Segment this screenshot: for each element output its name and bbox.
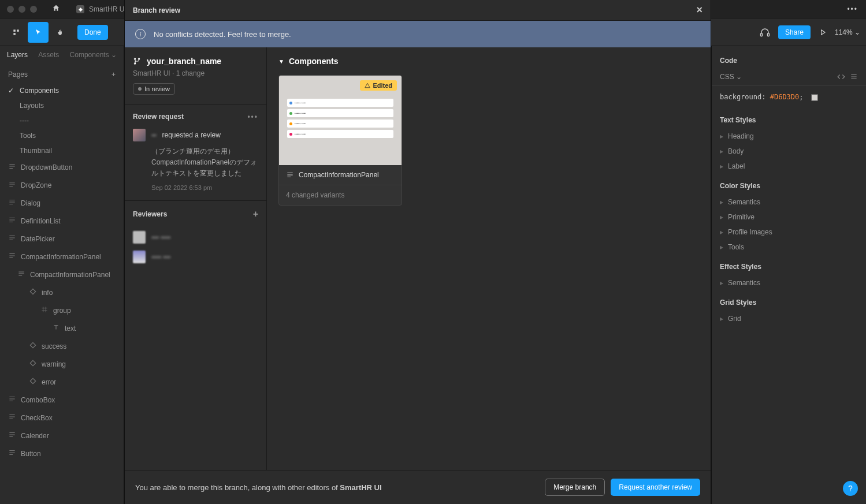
layer-label: info <box>42 289 53 297</box>
diamond-icon <box>29 359 37 369</box>
status-badge[interactable]: In review <box>133 83 175 95</box>
done-button[interactable]: Done <box>77 25 108 40</box>
layer-item[interactable]: DatePicker <box>0 230 124 248</box>
tab-label: SmartHR UI <box>89 5 127 13</box>
review-action: requested a review <box>162 131 221 139</box>
avatar <box>133 251 146 263</box>
style-label: Profile Images <box>728 228 772 236</box>
component-card[interactable]: Edited ▪▪▪▪▪▪ ▪▪▪▪ ▪▪▪▪▪▪ ▪▪▪▪ ▪▪▪▪▪▪ ▪▪… <box>278 75 402 206</box>
list-icon[interactable] <box>850 73 858 81</box>
edited-badge: Edited <box>360 80 397 91</box>
headphones-icon[interactable] <box>760 27 770 38</box>
style-item[interactable]: ▶Primitive <box>712 210 866 225</box>
layer-item[interactable]: ComboBox <box>0 391 124 409</box>
layer-label: Dialog <box>21 199 40 207</box>
style-label: Label <box>728 162 745 170</box>
layer-item[interactable]: success <box>0 337 124 355</box>
component-icon <box>8 431 16 440</box>
home-icon[interactable] <box>44 4 68 14</box>
component-icon <box>286 171 294 179</box>
design-tab[interactable]: Code <box>712 53 866 68</box>
info-icon: i <box>135 29 146 39</box>
reviewers-header: Reviewers <box>133 210 167 218</box>
style-label: Tools <box>728 243 744 251</box>
caret-right-icon: ▶ <box>720 215 723 220</box>
layer-item[interactable]: Calender <box>0 427 124 445</box>
color-swatch[interactable] <box>811 94 818 101</box>
style-item[interactable]: ▶Heading <box>712 129 866 144</box>
reviewer-name: ▪▪▪▪ ▪▪▪ <box>151 253 170 261</box>
svg-rect-5 <box>18 275 22 275</box>
page-item[interactable]: Layouts <box>0 98 124 113</box>
zoom-level[interactable]: 114% ⌄ <box>835 28 860 36</box>
layer-item[interactable]: DropdownButton <box>0 158 124 176</box>
layers-tab[interactable]: Layers <box>7 51 28 59</box>
page-item[interactable]: Components <box>0 83 124 98</box>
layer-item[interactable]: DropZone <box>0 176 124 194</box>
traffic-lights <box>0 6 44 13</box>
help-button[interactable]: ? <box>843 481 858 496</box>
move-tool-button[interactable] <box>28 22 49 43</box>
layer-item[interactable]: warning <box>0 355 124 373</box>
page-item[interactable]: Tools <box>0 128 124 143</box>
layer-label: success <box>42 342 66 350</box>
svg-rect-4 <box>18 273 24 274</box>
style-item[interactable]: ▶Grid <box>712 311 866 326</box>
style-label: Semantics <box>728 198 760 206</box>
style-item[interactable]: ▶Label <box>712 159 866 174</box>
layer-label: group <box>53 307 71 315</box>
figma-menu-button[interactable] <box>6 22 27 43</box>
layer-item[interactable]: CompactInformationPanel <box>0 248 124 266</box>
code-icon[interactable] <box>837 73 845 81</box>
more-menu-icon[interactable]: ••• <box>247 113 258 121</box>
layer-item[interactable]: Button <box>0 445 124 462</box>
reviewer-row[interactable]: ▪▪▪▪ ▪▪▪ <box>125 247 266 267</box>
text-styles-header: Text Styles <box>712 108 866 129</box>
caret-down-icon[interactable]: ▼ <box>278 58 284 65</box>
code-lang-select[interactable]: CSS ⌄ <box>720 73 742 81</box>
components-tab[interactable]: Components ⌄ <box>70 51 117 59</box>
share-button[interactable]: Share <box>778 25 811 39</box>
add-page-button[interactable]: + <box>111 70 116 79</box>
request-review-button[interactable]: Request another review <box>611 479 700 496</box>
page-item[interactable]: Thumbnail <box>0 143 124 158</box>
layer-label: DropZone <box>21 181 51 189</box>
style-item[interactable]: ▶Tools <box>712 240 866 255</box>
layer-label: CompactInformationPanel <box>30 271 110 279</box>
layer-item[interactable]: info <box>0 283 124 301</box>
layer-item[interactable]: error <box>0 373 124 391</box>
hand-tool-button[interactable] <box>50 22 70 43</box>
layer-item[interactable]: group <box>0 301 124 319</box>
layer-item[interactable]: text <box>0 319 124 337</box>
merge-branch-button[interactable]: Merge branch <box>545 479 605 496</box>
layer-item[interactable]: DefinitionList <box>0 212 124 230</box>
style-item[interactable]: ▶Semantics <box>712 195 866 210</box>
style-item[interactable]: ▶Body <box>712 144 866 159</box>
reviewer-row[interactable]: ▪▪▪ ▪▪▪▪ <box>125 227 266 247</box>
style-item[interactable]: ▶Profile Images <box>712 225 866 240</box>
project-icon: ◆ <box>76 5 84 13</box>
diamond-icon <box>29 377 37 387</box>
component-icon <box>8 413 16 423</box>
layer-item[interactable]: CheckBox <box>0 409 124 427</box>
right-panel: Code CSS ⌄ background: #D6D3D0; Text Sty… <box>711 46 866 504</box>
page-item[interactable]: ---- <box>0 113 124 128</box>
reviewer-avatar <box>133 129 146 141</box>
layer-item[interactable]: CompactInformationPanel <box>0 266 124 283</box>
assets-tab[interactable]: Assets <box>38 51 59 59</box>
svg-rect-3 <box>18 272 24 272</box>
close-icon[interactable]: × <box>696 4 703 16</box>
footer-text: You are able to merge this branch, along… <box>135 483 382 492</box>
play-icon[interactable] <box>819 28 827 36</box>
caret-right-icon: ▶ <box>720 316 723 322</box>
main-menu-icon[interactable]: ••• <box>839 5 866 13</box>
style-item[interactable]: ▶Semantics <box>712 275 866 290</box>
caret-right-icon: ▶ <box>720 200 723 205</box>
reviewer-name: ▪▪ <box>151 131 157 139</box>
layer-label: warning <box>42 360 66 368</box>
css-code: background: #D6D3D0; <box>712 86 866 108</box>
review-request-header: Review request <box>133 113 184 121</box>
layer-label: ComboBox <box>21 396 55 404</box>
layer-item[interactable]: Dialog <box>0 194 124 212</box>
add-reviewer-button[interactable]: + <box>253 209 258 219</box>
